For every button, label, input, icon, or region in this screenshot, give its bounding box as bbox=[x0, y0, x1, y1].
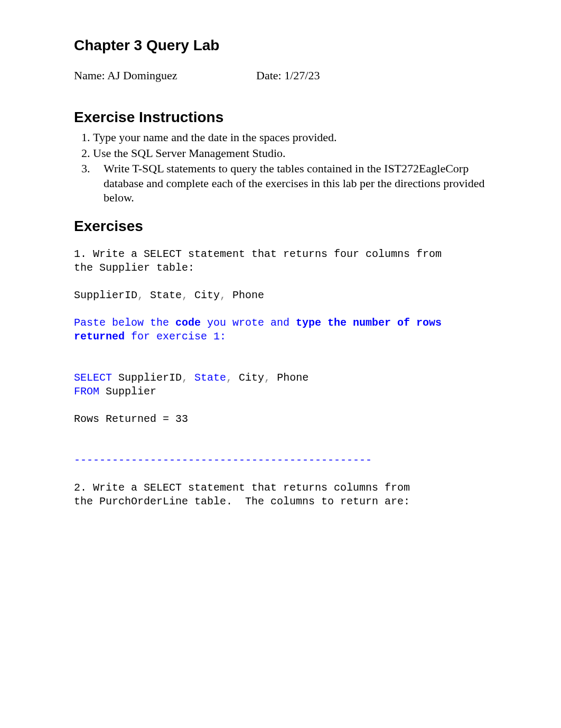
ex1-col-state: State bbox=[144, 289, 182, 301]
comma: , bbox=[226, 372, 232, 384]
sql-col-city: City bbox=[232, 372, 264, 384]
comma: , bbox=[182, 372, 188, 384]
sql-from-keyword: FROM bbox=[74, 385, 99, 398]
document-page: Chapter 3 Query Lab Name: AJ Dominguez D… bbox=[0, 0, 561, 509]
ex1-intro-line1: 1. Write a SELECT statement that returns… bbox=[74, 248, 442, 260]
exercises-heading: Exercises bbox=[74, 218, 487, 235]
ex1-paste-post: for exercise 1: bbox=[125, 330, 226, 343]
name-label: Name: bbox=[74, 69, 107, 82]
name-date-row: Name: AJ Dominguez Date: 1/27/23 bbox=[74, 69, 487, 82]
ex1-paste-pre: Paste below the bbox=[74, 317, 175, 329]
instruction-item: Use the SQL Server Management Studio. bbox=[93, 146, 487, 161]
ex1-col-phone: Phone bbox=[226, 289, 264, 301]
instructions-list: Type your name and the date in the space… bbox=[74, 130, 487, 205]
ex2-intro-line2: the PurchOrderLine table. The columns to… bbox=[74, 495, 410, 508]
ex1-intro-line2: the Supplier table: bbox=[74, 262, 194, 274]
sql-select-keyword: SELECT bbox=[74, 372, 112, 384]
chapter-title: Chapter 3 Query Lab bbox=[74, 37, 487, 54]
sql-col-phone: Phone bbox=[270, 372, 308, 384]
exercises-body: 1. Write a SELECT statement that returns… bbox=[74, 247, 487, 509]
ex2-intro-line1: 2. Write a SELECT statement that returns… bbox=[74, 482, 410, 494]
instructions-heading: Exercise Instructions bbox=[74, 109, 487, 126]
ex1-paste-mid: you wrote and bbox=[201, 317, 296, 329]
comma: , bbox=[220, 289, 226, 301]
ex1-paste-code: code bbox=[175, 317, 201, 329]
ex1-col-supplierid: SupplierID bbox=[74, 289, 137, 301]
ex1-rows-returned: Rows Returned = 33 bbox=[74, 413, 188, 425]
sql-table-supplier: Supplier bbox=[99, 385, 156, 398]
instruction-item: Write T-SQL statements to query the tabl… bbox=[93, 161, 487, 205]
comma: , bbox=[137, 289, 144, 301]
name-value: AJ Dominguez bbox=[107, 69, 177, 82]
date-field: Date: 1/27/23 bbox=[256, 69, 320, 82]
date-value: 1/27/23 bbox=[284, 69, 320, 82]
sql-col-supplierid: SupplierID bbox=[112, 372, 182, 384]
sql-col-state: State bbox=[188, 372, 226, 384]
date-label: Date: bbox=[256, 69, 284, 82]
instruction-item: Type your name and the date in the space… bbox=[93, 130, 487, 145]
name-field: Name: AJ Dominguez bbox=[74, 69, 256, 82]
ex1-col-city: City bbox=[188, 289, 220, 301]
divider: ----------------------------------------… bbox=[74, 454, 372, 466]
comma: , bbox=[264, 372, 270, 384]
comma: , bbox=[182, 289, 188, 301]
